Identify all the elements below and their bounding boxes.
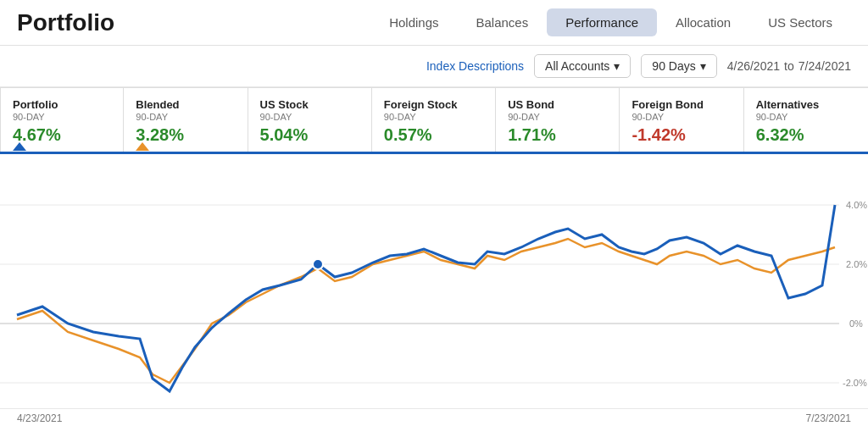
metrics-row: Portfolio 90-DAY 4.67% Blended 90-DAY 3.… — [0, 87, 868, 154]
accounts-dropdown[interactable]: All Accounts ▾ — [534, 54, 631, 78]
portfolio-indicator — [13, 139, 26, 154]
tab-allocation[interactable]: Allocation — [657, 8, 749, 36]
metric-foreign-stock-name: Foreign Stock — [384, 98, 483, 111]
toolbar: Index Descriptions All Accounts ▾ 90 Day… — [0, 46, 868, 87]
metric-portfolio-period: 90-DAY — [13, 112, 111, 122]
metric-us-bond-name: US Bond — [508, 98, 607, 111]
metric-foreign-bond-period: 90-DAY — [632, 112, 731, 122]
chart-date-start: 4/23/2021 — [17, 412, 62, 424]
metric-foreign-bond-value: -1.42% — [632, 125, 731, 145]
metric-alternatives-value: 6.32% — [756, 125, 856, 145]
date-to-label: to — [784, 59, 794, 73]
metric-us-bond-value: 1.71% — [508, 125, 607, 145]
tab-us-sectors[interactable]: US Sectors — [749, 8, 851, 36]
svg-text:2.0%: 2.0% — [846, 259, 867, 269]
metric-us-stock-value: 5.04% — [260, 125, 359, 145]
metric-alternatives-name: Alternatives — [756, 98, 856, 111]
svg-marker-0 — [13, 142, 26, 151]
metric-alternatives: Alternatives 90-DAY 6.32% — [744, 87, 868, 152]
metric-portfolio: Portfolio 90-DAY 4.67% — [0, 87, 124, 152]
svg-text:4.0%: 4.0% — [846, 200, 867, 210]
chart-container: 4.0% 2.0% 0% -2.0% — [0, 154, 868, 408]
svg-point-10 — [313, 259, 323, 269]
metric-portfolio-value: 4.67% — [13, 125, 111, 145]
tab-holdings[interactable]: Holdings — [370, 8, 457, 36]
metric-us-bond-period: 90-DAY — [508, 112, 607, 122]
metric-foreign-bond: Foreign Bond 90-DAY -1.42% — [620, 87, 743, 152]
header: Portfolio Holdings Balances Performance … — [0, 0, 868, 46]
period-label: 90 Days — [652, 59, 695, 73]
metric-us-stock: US Stock 90-DAY 5.04% — [248, 87, 372, 152]
metric-foreign-bond-name: Foreign Bond — [632, 98, 731, 111]
blended-indicator — [136, 139, 149, 154]
metric-blended-period: 90-DAY — [136, 112, 235, 122]
chart-date-end: 7/23/2021 — [806, 412, 851, 424]
metric-us-bond: US Bond 90-DAY 1.71% — [496, 87, 620, 152]
tab-performance[interactable]: Performance — [547, 8, 657, 36]
date-range: 4/26/2021 to 7/24/2021 — [727, 59, 851, 73]
metric-blended-value: 3.28% — [136, 125, 235, 145]
metric-us-stock-period: 90-DAY — [260, 112, 359, 122]
tab-balances[interactable]: Balances — [458, 8, 548, 36]
svg-marker-1 — [136, 142, 149, 151]
metric-blended-name: Blended — [136, 98, 235, 111]
metric-foreign-stock-period: 90-DAY — [384, 112, 483, 122]
performance-chart: 4.0% 2.0% 0% -2.0% — [0, 154, 868, 408]
chart-footer: 4/23/2021 7/23/2021 — [0, 408, 868, 428]
date-to: 7/24/2021 — [798, 59, 851, 73]
metric-blended: Blended 90-DAY 3.28% — [124, 87, 248, 152]
index-descriptions-link[interactable]: Index Descriptions — [426, 59, 524, 73]
accounts-chevron-icon: ▾ — [614, 59, 620, 73]
metric-foreign-stock-value: 0.57% — [384, 125, 483, 145]
metric-alternatives-period: 90-DAY — [756, 112, 856, 122]
period-chevron-icon: ▾ — [700, 59, 706, 73]
app-title: Portfolio — [17, 9, 114, 36]
svg-text:0%: 0% — [849, 318, 863, 329]
metric-portfolio-name: Portfolio — [13, 98, 111, 111]
accounts-label: All Accounts — [545, 59, 609, 73]
svg-text:-2.0%: -2.0% — [843, 378, 867, 388]
metric-us-stock-name: US Stock — [260, 98, 359, 111]
period-dropdown[interactable]: 90 Days ▾ — [641, 54, 716, 78]
nav-tabs: Holdings Balances Performance Allocation… — [370, 8, 851, 36]
date-from: 4/26/2021 — [727, 59, 780, 73]
metric-foreign-stock: Foreign Stock 90-DAY 0.57% — [372, 87, 496, 152]
